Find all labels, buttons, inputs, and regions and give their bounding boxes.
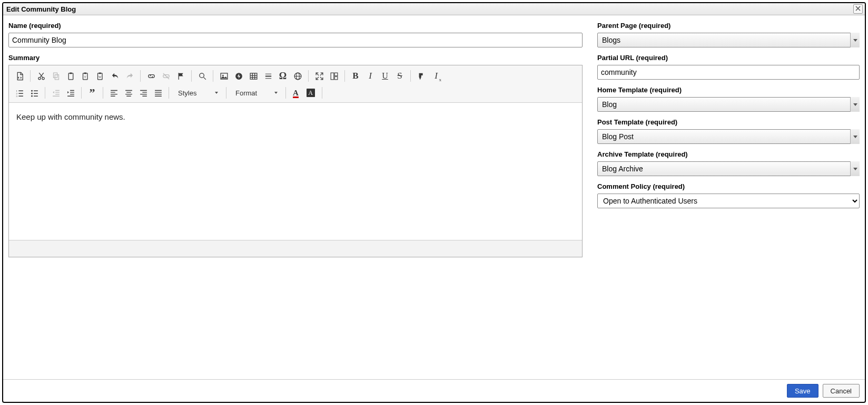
svg-rect-38 <box>331 73 334 80</box>
indent-icon[interactable] <box>63 85 78 100</box>
cut-icon[interactable] <box>34 69 48 83</box>
right-column: Parent Page (required) Blogs Partial URL… <box>597 22 860 374</box>
separator <box>410 70 411 82</box>
separator <box>81 87 82 99</box>
archive-template-select[interactable]: Blog Archive <box>597 161 860 176</box>
name-label: Name (required) <box>8 22 583 30</box>
partial-url-field: Partial URL (required) <box>597 54 860 80</box>
comment-policy-select[interactable]: Open to Authenticated Users <box>597 194 860 208</box>
strike-icon[interactable]: S <box>392 69 407 83</box>
cancel-button[interactable]: Cancel <box>823 384 860 398</box>
close-button[interactable] <box>853 4 863 14</box>
post-template-select[interactable]: Blog Post <box>597 129 860 144</box>
source-icon[interactable] <box>12 69 27 83</box>
blockquote-icon[interactable]: ” <box>85 85 100 100</box>
align-left-icon[interactable] <box>106 85 121 100</box>
summary-label: Summary <box>8 54 583 62</box>
save-button[interactable]: Save <box>787 384 818 398</box>
partial-url-input[interactable] <box>597 65 860 80</box>
svg-rect-9 <box>70 72 72 74</box>
svg-line-16 <box>163 73 169 79</box>
svg-rect-8 <box>68 73 73 79</box>
styles-label: Styles <box>178 89 196 97</box>
home-template-select[interactable]: Blog <box>597 97 860 112</box>
separator <box>45 87 45 99</box>
separator <box>169 87 169 99</box>
home-template-label: Home Template (required) <box>597 86 860 94</box>
parent-page-select[interactable]: Blogs <box>597 33 860 47</box>
italic-icon[interactable]: I <box>363 69 378 83</box>
left-column: Name (required) Summary T <box>8 22 583 374</box>
remove-format-icon[interactable]: Ix <box>429 69 443 83</box>
editor-body[interactable]: Keep up with community news. <box>9 103 582 240</box>
dialog-title: Edit Community Blog <box>6 5 76 13</box>
titlebar: Edit Community Blog <box>3 3 865 15</box>
svg-rect-7 <box>55 74 58 79</box>
text-color-icon[interactable]: A <box>289 85 304 100</box>
caret-down-icon <box>850 97 860 112</box>
align-right-icon[interactable] <box>136 85 151 100</box>
dialog-footer: Save Cancel <box>3 379 865 402</box>
svg-line-34 <box>316 73 319 75</box>
svg-rect-40 <box>334 76 338 80</box>
underline-icon[interactable]: U <box>378 69 392 83</box>
caret-down-icon <box>850 161 860 176</box>
svg-line-19 <box>203 77 205 79</box>
copy-formatting-icon[interactable] <box>414 69 429 83</box>
caret-down-icon <box>850 129 860 144</box>
name-input[interactable] <box>8 33 583 47</box>
svg-point-18 <box>199 73 204 78</box>
paste-icon[interactable] <box>63 69 78 83</box>
svg-text:1: 1 <box>16 89 17 92</box>
flash-icon[interactable] <box>231 69 246 83</box>
separator <box>191 70 192 82</box>
special-char-icon[interactable]: Ω <box>275 69 290 83</box>
svg-text:2: 2 <box>16 92 17 94</box>
separator <box>213 70 213 82</box>
image-icon[interactable] <box>216 69 231 83</box>
separator <box>226 87 226 99</box>
rich-text-editor: T W <box>8 65 583 257</box>
styles-dropdown[interactable]: Styles <box>172 86 223 100</box>
svg-point-48 <box>31 92 33 94</box>
find-icon[interactable] <box>195 69 210 83</box>
align-justify-icon[interactable] <box>151 85 165 100</box>
archive-template-label: Archive Template (required) <box>597 150 860 158</box>
table-icon[interactable] <box>246 69 261 83</box>
svg-text:W: W <box>98 75 102 79</box>
paste-word-icon[interactable]: W <box>93 69 107 83</box>
separator <box>344 70 345 82</box>
undo-icon[interactable] <box>107 69 122 83</box>
redo-icon[interactable] <box>122 69 137 83</box>
ordered-list-icon[interactable]: 123 <box>12 85 27 100</box>
outdent-icon[interactable] <box>48 85 63 100</box>
paste-text-icon[interactable]: T <box>78 69 93 83</box>
separator <box>103 87 103 99</box>
separator <box>285 87 286 99</box>
format-dropdown[interactable]: Format <box>230 86 282 100</box>
unordered-list-icon[interactable] <box>27 85 42 100</box>
home-template-field: Home Template (required) Blog <box>597 86 860 112</box>
svg-line-36 <box>316 76 319 79</box>
horizontal-rule-icon[interactable] <box>261 69 275 83</box>
iframe-globe-icon[interactable] <box>290 69 305 83</box>
bg-color-icon[interactable]: A <box>304 85 319 100</box>
archive-template-field: Archive Template (required) Blog Archive <box>597 150 860 176</box>
svg-point-21 <box>222 74 223 76</box>
bold-icon[interactable]: B <box>348 69 363 83</box>
anchor-flag-icon[interactable] <box>173 69 188 83</box>
editor-toolbar: T W <box>9 65 582 103</box>
copy-icon[interactable] <box>48 69 63 83</box>
maximize-icon[interactable] <box>312 69 327 83</box>
unlink-icon[interactable] <box>159 69 173 83</box>
partial-url-label: Partial URL (required) <box>597 54 860 62</box>
align-center-icon[interactable] <box>121 85 136 100</box>
show-blocks-icon[interactable] <box>327 69 341 83</box>
link-icon[interactable] <box>144 69 159 83</box>
svg-text:3: 3 <box>16 94 17 97</box>
svg-point-47 <box>31 90 33 91</box>
svg-rect-6 <box>53 73 57 78</box>
format-label: Format <box>235 89 257 97</box>
svg-text:T: T <box>84 75 86 79</box>
post-template-field: Post Template (required) Blog Post <box>597 118 860 144</box>
